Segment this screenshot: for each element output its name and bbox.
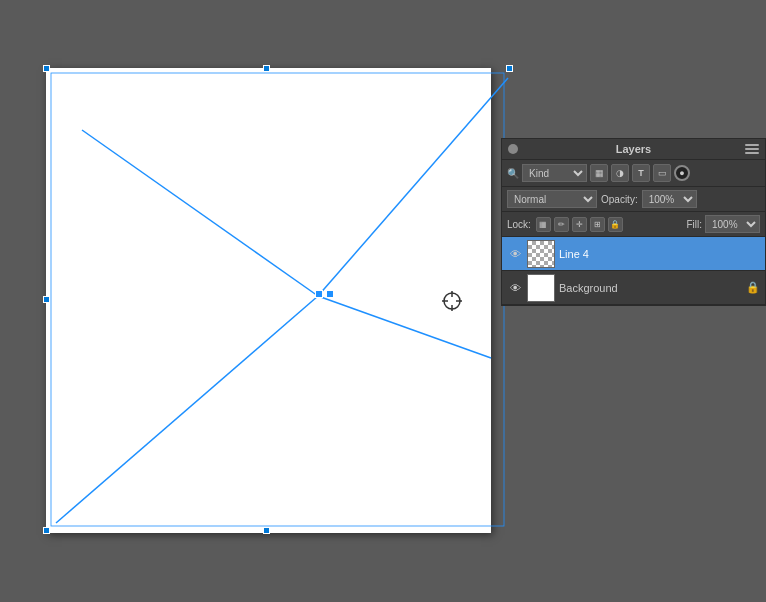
white-canvas: [46, 68, 491, 533]
filter-text-icon[interactable]: T: [632, 164, 650, 182]
layer-eye-line4[interactable]: 👁: [507, 246, 523, 262]
blend-mode-row: Normal Opacity: 100%: [502, 187, 765, 212]
lock-row: Lock: ▦ ✏ ✛ ⊞ 🔒 Fill: 100%: [502, 212, 765, 237]
layer-thumb-background: [527, 274, 555, 302]
filter-adjust-icon[interactable]: ◑: [611, 164, 629, 182]
layer-row-background[interactable]: 👁 Background 🔒: [502, 271, 765, 305]
layer-lock-background: 🔒: [746, 281, 760, 294]
opacity-select[interactable]: 100%: [642, 190, 697, 208]
layer-name-background: Background: [559, 282, 742, 294]
layers-menu-icon[interactable]: [745, 144, 759, 154]
layer-thumb-line4: [527, 240, 555, 268]
lock-pixels-icon[interactable]: ▦: [536, 217, 551, 232]
handle-top-right[interactable]: [506, 65, 513, 72]
lock-image-icon[interactable]: ✏: [554, 217, 569, 232]
filter-kind-icon: 🔍: [507, 168, 519, 179]
layer-eye-background[interactable]: 👁: [507, 280, 523, 296]
lock-label: Lock:: [507, 219, 531, 230]
blend-mode-select[interactable]: Normal: [507, 190, 597, 208]
filter-row: 🔍 Kind ▦ ◑ T ▭ ●: [502, 160, 765, 187]
opacity-label: Opacity:: [601, 194, 638, 205]
layer-row-line4[interactable]: 👁 Line 4: [502, 237, 765, 271]
filter-smart-icon[interactable]: ●: [674, 165, 690, 181]
fill-label: Fill:: [686, 219, 702, 230]
layers-panel-header: Layers: [502, 139, 765, 160]
layers-panel-title: Layers: [526, 143, 741, 155]
filter-pixel-icon[interactable]: ▦: [590, 164, 608, 182]
layers-close-button[interactable]: [508, 144, 518, 154]
lock-artboard-icon[interactable]: ⊞: [590, 217, 605, 232]
layers-panel: Layers 🔍 Kind ▦ ◑ T ▭ ● Normal Opacity: …: [501, 138, 766, 306]
filter-shape-icon[interactable]: ▭: [653, 164, 671, 182]
filter-kind-select[interactable]: Kind: [522, 164, 587, 182]
lock-position-icon[interactable]: ✛: [572, 217, 587, 232]
lock-all-icon[interactable]: 🔒: [608, 217, 623, 232]
layer-name-line4: Line 4: [559, 248, 760, 260]
fill-select[interactable]: 100%: [705, 215, 760, 233]
